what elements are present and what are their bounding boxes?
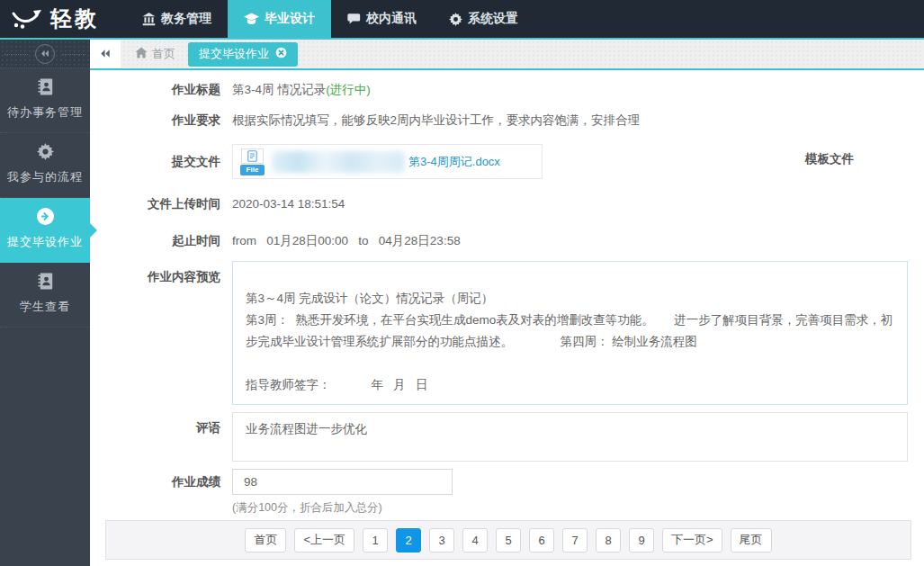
form-row-comment: 评语 业务流程图进一步优化 [90,412,908,462]
file-icon: File [240,148,265,175]
pagination-last-button[interactable]: 尾页 [731,528,772,553]
homework-title-value: 第3-4周 情况记录(进行中) [232,81,371,99]
nav-item-label: 校内通讯 [366,11,417,27]
gear-icon [449,13,462,26]
address-book-icon [37,273,54,293]
comment-label: 评语 [90,412,220,437]
homework-requirement-value: 根据实际情况填写，能够反映2周内毕业设计工作，要求内容饱满，安排合理 [232,112,640,130]
comment-textarea[interactable]: 业务流程图进一步优化 [232,412,908,462]
sidebar-collapse-band [0,40,90,68]
submitted-file-label: 提交文件 [90,144,220,171]
chevron-double-left-icon [40,47,49,60]
sidebar-item-student-view[interactable]: 学生查看 [0,263,90,328]
period-label: 起止时间 [90,232,220,250]
nav-item-system-settings[interactable]: 系统设置 [433,0,534,38]
sidebar: 待办事务管理 我参与的流程 提交毕设作业 学生查看 [0,40,90,566]
tab-home-label: 首页 [152,46,175,62]
template-file-label: 模板文件 [805,151,854,167]
pagination-page-button[interactable]: 4 [462,528,488,553]
pagination-page-button[interactable]: 3 [429,528,454,553]
pagination-bar: 首页 <上一页 1 2 3 4 5 6 7 8 9 下一页> 尾页 [105,520,911,560]
sidebar-item-label: 学生查看 [0,299,90,315]
top-menu: 教务管理 毕业设计 校内通讯 [126,0,534,38]
content-preview-textarea[interactable]: 第3～4周 完成设计（论文）情况记录（周记） 第3周： 熟悉开发环境，在平台实现… [232,261,908,405]
graduation-cap-icon [244,13,259,25]
nav-item-label: 系统设置 [468,11,518,27]
sidebar-item-label: 待办事务管理 [0,104,90,121]
upload-time-label: 文件上传时间 [90,195,220,213]
upload-time-value: 2020-03-14 18:51:54 [232,195,345,213]
logo-swoosh-icon [11,5,43,32]
pagination-page-button[interactable]: 9 [629,528,654,553]
form-row-title: 作业标题 第3-4周 情况记录(进行中) [90,81,371,99]
tab-scroll-left-button[interactable] [90,40,121,68]
pagination-page-button[interactable]: 1 [363,528,388,553]
sidebar-item-label: 我参与的流程 [0,169,90,185]
submitted-file-box: File 第3-4周周记.docx [232,144,543,179]
nav-item-label: 毕业设计 [265,11,315,27]
pagination-page-button[interactable]: 5 [496,528,521,553]
file-badge: File [240,165,265,175]
tab-submit-homework[interactable]: 提交毕设作业 [188,42,298,67]
app-logo: 轻教 [0,0,126,38]
redacted-text-blur [272,151,405,173]
pagination-page-button[interactable]: 7 [562,528,588,553]
homework-title-text: 第3-4周 情况记录 [232,83,326,96]
score-input[interactable] [232,469,453,495]
form-row-preview: 作业内容预览 第3～4周 完成设计（论文）情况记录（周记） 第3周： 熟悉开发环… [90,261,908,405]
sidebar-collapse-button[interactable] [35,44,55,64]
topbar: 轻教 教务管理 毕业设计 [0,0,924,40]
form-row-upload-time: 文件上传时间 2020-03-14 18:51:54 [90,195,345,213]
form-row-score: 作业成绩 [90,469,453,495]
homework-requirement-label: 作业要求 [90,112,220,130]
period-value: from 01月28日00:00 to 04月28日23:58 [232,232,461,250]
gear-icon [37,143,54,164]
pagination-first-button[interactable]: 首页 [245,528,286,553]
pagination-page-button[interactable]: 8 [596,528,621,553]
close-circle-icon[interactable] [275,47,287,61]
tabbar: 首页 提交毕设作业 [90,40,924,70]
nav-item-campus-messages[interactable]: 校内通讯 [331,0,433,38]
status-badge: (进行中) [326,83,371,96]
nav-item-label: 教务管理 [161,11,211,27]
pagination-page-button[interactable]: 6 [529,528,554,553]
sidebar-item-pending-tasks[interactable]: 待办事务管理 [0,68,90,133]
main-content: 作业标题 第3-4周 情况记录(进行中) 作业要求 根据实际情况填写，能够反映2… [90,70,924,566]
file-download-link[interactable]: 第3-4周周记.docx [408,154,500,170]
tab-home[interactable]: 首页 [135,46,175,62]
tab-active-label: 提交毕设作业 [199,46,269,62]
pagination-page-button-active[interactable]: 2 [396,528,421,553]
chevron-double-left-icon [100,48,111,61]
sidebar-item-my-workflows[interactable]: 我参与的流程 [0,133,90,198]
home-icon [135,47,148,61]
nav-item-academic-affairs[interactable]: 教务管理 [126,0,228,38]
form-row-requirement: 作业要求 根据实际情况填写，能够反映2周内毕业设计工作，要求内容饱满，安排合理 [90,112,640,130]
pagination-prev-button[interactable]: <上一页 [294,528,354,553]
content-preview-label: 作业内容预览 [90,261,220,286]
homework-title-label: 作业标题 [90,81,220,99]
nav-item-graduation-design[interactable]: 毕业设计 [228,0,331,38]
sidebar-item-submit-homework[interactable]: 提交毕设作业 [0,198,90,263]
sidebar-item-label: 提交毕设作业 [0,234,90,250]
arrow-right-circle-icon [37,208,54,229]
form-row-period: 起止时间 from 01月28日00:00 to 04月28日23:58 [90,232,461,250]
chat-bubble-icon [347,13,361,25]
address-book-icon [37,78,54,99]
score-note: (满分100分，折合后加入总分) [232,500,382,516]
bank-icon [142,13,156,26]
document-glyph-icon [241,148,264,164]
pagination-next-button[interactable]: 下一页> [662,528,722,553]
score-label: 作业成绩 [90,469,220,491]
app-title: 轻教 [50,4,99,33]
form-row-file: 提交文件 File 第3-4周周记.docx [90,144,543,179]
